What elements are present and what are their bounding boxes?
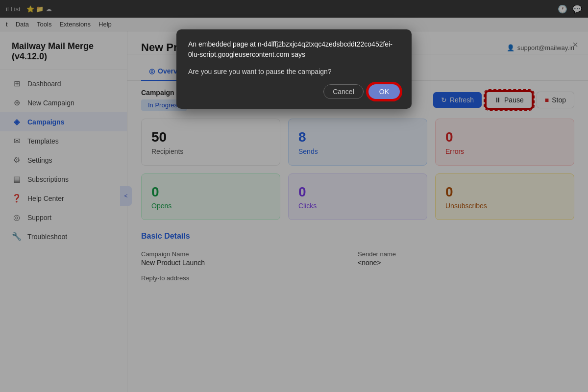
dialog-box: An embedded page at n-d4lffj2bzxjc4q2txq… [176,29,412,109]
dialog-ok-button[interactable]: OK [368,84,400,99]
dialog-cancel-button[interactable]: Cancel [323,84,364,99]
dialog-overlay: An embedded page at n-d4lffj2bzxjc4q2txq… [0,0,588,392]
dialog-message-suffix: says [291,50,305,58]
dialog-confirm-text: Are you sure you want to pause the campa… [188,68,400,75]
dialog-message: An embedded page at n-d4lffj2bzxjc4q2txq… [188,39,400,60]
dialog-message-prefix: An embedded page at [188,40,258,48]
dialog-actions: Cancel OK [188,84,400,99]
